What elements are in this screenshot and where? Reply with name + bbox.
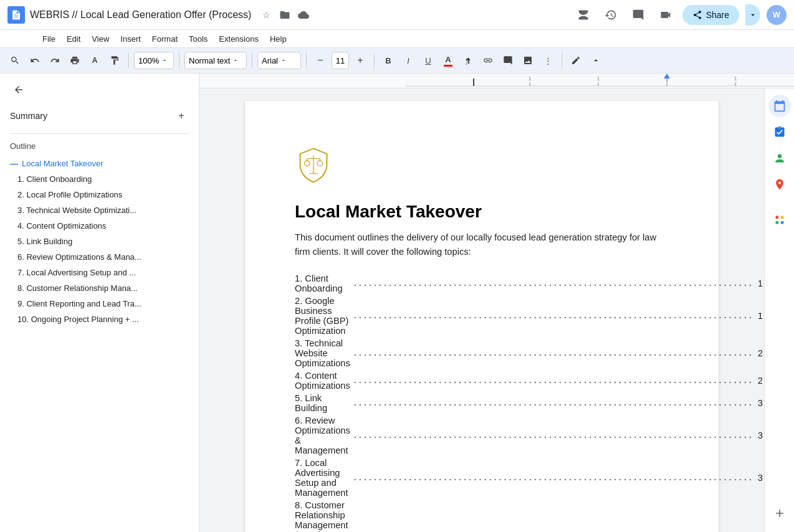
- ruler: 1 1 1 1 1 7: [199, 74, 794, 88]
- contacts-icon[interactable]: [768, 147, 791, 169]
- expand-toolbar-btn[interactable]: [587, 52, 605, 69]
- toc-dots: ........................................…: [350, 414, 755, 457]
- toc-item[interactable]: 7. Local Advertising Setup and Managemen…: [295, 457, 350, 499]
- summary-section: Summary +: [0, 106, 199, 128]
- outline-item-7[interactable]: 7. Local Advertising Setup and ...: [0, 265, 199, 280]
- apps-icon[interactable]: [768, 209, 791, 231]
- highlight-btn[interactable]: [459, 52, 477, 69]
- outline-item-5[interactable]: 5. Link Building: [0, 234, 199, 249]
- toc-item[interactable]: 2. Google Business Profile (GBP) Optimiz…: [295, 295, 350, 337]
- share-button[interactable]: Share: [682, 5, 739, 25]
- toc-item[interactable]: 8. Customer Relationship Management (CRM…: [295, 499, 350, 532]
- user-avatar[interactable]: W: [767, 5, 787, 25]
- separator-3: [252, 53, 252, 68]
- toc-item[interactable]: 4. Content Optimizations: [295, 369, 350, 392]
- more-options-btn[interactable]: ⋮: [539, 52, 557, 69]
- outline-item-3[interactable]: 3. Technical Website Optimizati...: [0, 202, 199, 218]
- maps-icon[interactable]: [768, 173, 791, 196]
- document-title: WEBRIS // Local Lead Generation Offer (P…: [30, 9, 251, 21]
- outline-items: — Local Market Takeover 1. Client Onboar…: [0, 156, 199, 532]
- menu-bar: File Edit View Insert Format Tools Exten…: [0, 30, 794, 47]
- outline-item-2[interactable]: 2. Local Profile Optimizations: [0, 187, 199, 202]
- svg-text:1: 1: [596, 75, 600, 82]
- svg-point-21: [317, 161, 323, 166]
- text-style-select[interactable]: Normal text: [184, 52, 247, 69]
- toc-dots: ........................................…: [350, 392, 755, 414]
- document-scroll[interactable]: Local Market Takeover This document outl…: [199, 88, 764, 532]
- summary-row: Summary +: [10, 108, 189, 123]
- outline-item-10[interactable]: 10. Ongoing Project Planning + ...: [0, 311, 199, 327]
- dash-icon: —: [10, 159, 18, 168]
- separator-4: [306, 53, 307, 68]
- italic-btn[interactable]: I: [399, 52, 417, 69]
- decrease-font-btn[interactable]: −: [312, 52, 329, 69]
- font-size-display[interactable]: 11: [332, 52, 349, 69]
- outline-main-label: Local Market Takeover: [22, 159, 103, 168]
- menu-edit[interactable]: Edit: [62, 32, 85, 46]
- video-call-icon[interactable]: [655, 4, 676, 26]
- toc-item[interactable]: 5. Link Building: [295, 392, 350, 414]
- svg-point-20: [304, 161, 310, 166]
- font-color-btn[interactable]: A: [439, 52, 457, 69]
- menu-tools[interactable]: Tools: [184, 32, 213, 46]
- toc-item[interactable]: 6. Review Optimizations & Management: [295, 414, 350, 457]
- menu-help[interactable]: Help: [265, 32, 292, 46]
- menu-file[interactable]: File: [37, 32, 60, 46]
- tasks-icon[interactable]: [768, 121, 791, 143]
- spell-check-btn[interactable]: A: [86, 52, 103, 69]
- summary-add-button[interactable]: +: [174, 108, 189, 123]
- separator-1: [128, 53, 129, 68]
- sidebar-header: [0, 74, 199, 106]
- back-button[interactable]: [10, 81, 27, 98]
- toc-page: 3: [755, 392, 763, 414]
- print-btn[interactable]: [66, 52, 84, 69]
- comment-toolbar-btn[interactable]: [499, 52, 517, 69]
- outline-item-main[interactable]: — Local Market Takeover: [0, 156, 199, 171]
- menu-insert[interactable]: Insert: [115, 32, 146, 46]
- share-label: Share: [706, 10, 729, 20]
- image-btn[interactable]: [519, 52, 537, 69]
- outline-item-6[interactable]: 6. Review Optimizations & Mana...: [0, 249, 199, 265]
- redo-btn[interactable]: [46, 52, 64, 69]
- svg-point-26: [780, 216, 783, 219]
- outline-item-4[interactable]: 4. Content Optimizations: [0, 218, 199, 234]
- folder-icon[interactable]: [279, 9, 291, 21]
- history-icon[interactable]: [600, 4, 621, 26]
- link-btn[interactable]: [479, 52, 497, 69]
- edit-mode-btn[interactable]: [567, 52, 585, 69]
- toc-item[interactable]: 1. Client Onboarding: [295, 272, 350, 295]
- toc-item[interactable]: 3. Technical Website Optimizations: [295, 337, 350, 369]
- menu-view[interactable]: View: [87, 32, 114, 46]
- document-title: Local Market Takeover: [295, 202, 669, 222]
- calendar-icon[interactable]: [768, 95, 791, 117]
- underline-btn[interactable]: U: [419, 52, 437, 69]
- outline-item-1[interactable]: 1. Client Onboarding: [0, 171, 199, 187]
- google-docs-icon: [7, 6, 25, 24]
- sidebar: Summary + Outline — Local Market Takeove…: [0, 74, 199, 532]
- summary-label: Summary: [10, 111, 47, 121]
- increase-font-btn[interactable]: +: [352, 52, 369, 69]
- add-icon[interactable]: [768, 502, 791, 525]
- share-dropdown-icon[interactable]: [745, 4, 760, 26]
- star-icon[interactable]: ☆: [260, 9, 272, 21]
- outline-item-8[interactable]: 8. Customer Relationship Mana...: [0, 280, 199, 296]
- menu-extensions[interactable]: Extensions: [214, 32, 264, 46]
- menu-format[interactable]: Format: [147, 32, 183, 46]
- svg-point-28: [780, 221, 783, 224]
- header-right: Share W: [573, 4, 787, 26]
- cloud-icon[interactable]: [297, 9, 310, 21]
- svg-point-27: [775, 221, 778, 224]
- suggest-edits-icon[interactable]: [573, 4, 594, 26]
- font-family-select[interactable]: Arial: [257, 52, 301, 69]
- bold-btn[interactable]: B: [380, 52, 397, 69]
- toolbar: A 100% Normal text Arial − 11 + B I U A …: [0, 47, 794, 74]
- undo-btn[interactable]: [26, 52, 44, 69]
- separator-5: [374, 53, 375, 68]
- search-toolbar-btn[interactable]: [6, 52, 24, 69]
- toc-row: 1. Client Onboarding ...................…: [295, 272, 763, 295]
- zoom-select[interactable]: 100%: [134, 52, 174, 69]
- comments-icon[interactable]: [628, 4, 649, 26]
- toc-page: 3: [755, 457, 763, 499]
- paint-format-btn[interactable]: [106, 52, 123, 69]
- outline-item-9[interactable]: 9. Client Reporting and Lead Tra...: [0, 296, 199, 311]
